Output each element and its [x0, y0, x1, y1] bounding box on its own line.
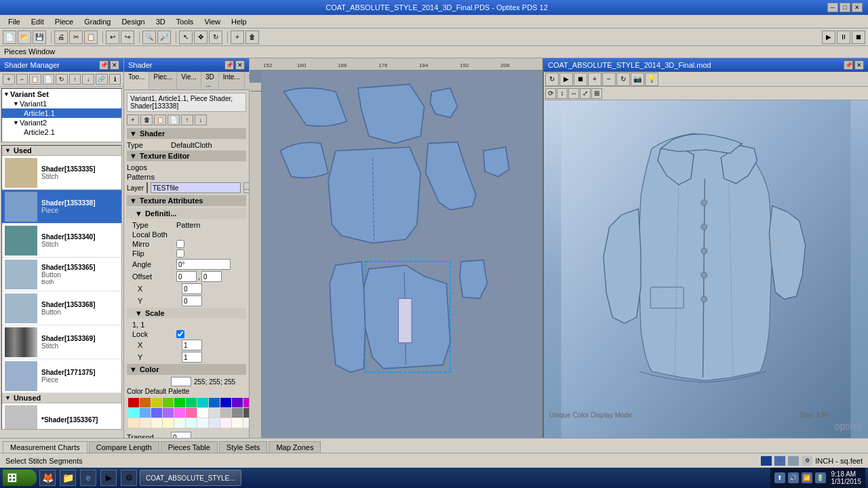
shader-list[interactable]: ▼ Used Shader[1353335] Stitch Shader[135…	[1, 145, 122, 430]
layer-name-input[interactable]	[151, 182, 241, 193]
3d-tb-rotate[interactable]: ↻	[616, 73, 630, 86]
shader-tree[interactable]: ▼ Variant Set ▼ Variant1 Article1.1 ▼ Va…	[1, 88, 122, 142]
palette-color-42[interactable]	[197, 418, 208, 428]
sm-link-btn[interactable]: 🔗	[96, 74, 108, 85]
palette-color-1[interactable]	[140, 398, 151, 407]
palette-color-3[interactable]	[163, 398, 174, 407]
shader-item-1353338[interactable]: Shader[1353338] Piece	[2, 190, 121, 224]
3d-tb-light[interactable]: 💡	[645, 73, 658, 86]
sm-refresh-btn[interactable]: ↻	[56, 74, 68, 85]
tab-compare-length[interactable]: Compare Length	[89, 441, 159, 453]
menu-view[interactable]: View	[199, 16, 226, 27]
view-3d-pin-button[interactable]: 📌	[844, 60, 853, 70]
taskbar-app-ie[interactable]: e	[80, 470, 96, 486]
palette-color-44[interactable]	[220, 418, 231, 428]
y-input[interactable]	[182, 296, 202, 306]
article2-item[interactable]: Article2.1	[2, 127, 121, 137]
shader-item-1353369[interactable]: Shader[1353369] Stitch	[2, 325, 121, 359]
flip-checkbox[interactable]	[176, 249, 184, 258]
tray-icon-4[interactable]: 🔋	[815, 472, 826, 483]
tab-vie[interactable]: Vie...	[177, 72, 201, 89]
article1-item[interactable]: Article1.1	[2, 108, 121, 118]
palette-color-25[interactable]	[209, 408, 220, 418]
menu-tools[interactable]: Tools	[171, 16, 199, 27]
tray-icon-1[interactable]: ⬆	[774, 472, 785, 483]
shader-item-1353365[interactable]: Shader[1353365] Button Both	[2, 258, 121, 291]
tb-zoom-in[interactable]: 🔍	[142, 30, 156, 44]
taskbar-app-settings[interactable]: ⚙	[121, 470, 137, 486]
shader-item-1353368[interactable]: Shader[1353368] Button	[2, 291, 121, 325]
tb-undo[interactable]: ↩	[106, 30, 119, 44]
menu-file[interactable]: File	[3, 16, 26, 27]
palette-color-0[interactable]	[128, 398, 139, 407]
palette-color-9[interactable]	[232, 398, 243, 407]
tb-open[interactable]: 📂	[18, 30, 31, 44]
3d-tb-play[interactable]: ▶	[559, 73, 573, 86]
3d-tb-zoom-out[interactable]: −	[602, 73, 616, 86]
tb-print[interactable]: 🖨	[54, 30, 68, 44]
offset-y-input[interactable]	[201, 271, 222, 282]
palette-color-40[interactable]	[174, 418, 185, 428]
tb-add[interactable]: +	[231, 30, 244, 44]
tb-new[interactable]: 📄	[3, 30, 16, 44]
close-button[interactable]: ✕	[852, 3, 863, 12]
shader-editor-pin-button[interactable]: 📌	[224, 60, 234, 70]
maximize-button[interactable]: □	[840, 3, 850, 12]
shader-manager-close-button[interactable]: ✕	[110, 60, 119, 70]
shader-item-1771375[interactable]: Shader[1771375] Piece	[2, 359, 121, 393]
palette-color-7[interactable]	[209, 398, 220, 407]
3d-tb-zoom-in[interactable]: +	[588, 73, 601, 86]
shader-manager-pin-button[interactable]: 📌	[99, 60, 108, 70]
tb-3d-pause[interactable]: ⏸	[837, 30, 850, 44]
taskbar-app-media[interactable]: ▶	[100, 470, 117, 486]
color-section-header[interactable]: ▼ Color	[127, 364, 246, 375]
tb-save[interactable]: 💾	[33, 30, 46, 44]
shader-section-header[interactable]: ▼ Shader	[127, 128, 246, 139]
sm-move-down-btn[interactable]: ↓	[82, 74, 94, 85]
pattern-canvas-area[interactable]	[262, 70, 542, 438]
shader-tb-add[interactable]: +	[127, 115, 139, 125]
shader-item-1353367[interactable]: *Shader[1353367]	[2, 403, 121, 430]
palette-color-41[interactable]	[186, 418, 197, 428]
view-3d-canvas[interactable]: Unique Color Display Mode Size: 1J4 opti…	[544, 100, 868, 438]
minimize-button[interactable]: ─	[827, 3, 838, 12]
used-section-header[interactable]: ▼ Used	[2, 146, 121, 156]
palette-color-23[interactable]	[186, 408, 197, 418]
3d-tb-camera[interactable]: 📷	[631, 73, 644, 86]
palette-color-26[interactable]	[220, 408, 231, 418]
menu-3d[interactable]: 3D	[151, 16, 171, 27]
palette-color-20[interactable]	[151, 408, 162, 418]
3d-tb2-3[interactable]: ↔	[568, 88, 579, 99]
shader-editor-close-button[interactable]: ✕	[235, 60, 245, 70]
shader-tb-down[interactable]: ↓	[195, 115, 207, 125]
tb-3d-play[interactable]: ▶	[822, 30, 835, 44]
texture-editor-section-header[interactable]: ▼ Texture Editor	[127, 150, 246, 161]
variant2-item[interactable]: ▼ Variant2	[2, 118, 121, 127]
unused-section-header[interactable]: ▼ Unused	[2, 393, 121, 403]
menu-design[interactable]: Design	[116, 16, 150, 27]
palette-color-10[interactable]	[243, 398, 249, 407]
palette-color-5[interactable]	[186, 398, 197, 407]
x-input[interactable]	[182, 283, 202, 294]
tray-icon-2[interactable]: 🔊	[788, 472, 799, 483]
sm-delete-btn[interactable]: −	[16, 74, 28, 85]
sm-move-up-btn[interactable]: ↑	[69, 74, 81, 85]
tab-measurement-charts[interactable]: Measurement Charts	[3, 441, 87, 453]
3d-tb2-5[interactable]: ⊞	[591, 88, 602, 99]
sm-add-btn[interactable]: +	[3, 74, 15, 85]
shader-tb-delete[interactable]: 🗑	[140, 115, 153, 125]
tab-inte[interactable]: Inte...	[219, 72, 245, 89]
palette-color-39[interactable]	[163, 418, 174, 428]
variant1-item[interactable]: ▼ Variant1	[2, 99, 121, 108]
palette-color-46[interactable]	[243, 418, 249, 428]
palette-color-37[interactable]	[140, 418, 151, 428]
tb-redo[interactable]: ↪	[121, 30, 134, 44]
palette-color-8[interactable]	[220, 398, 231, 407]
tab-piec[interactable]: Piec...	[149, 72, 177, 89]
tb-delete[interactable]: 🗑	[245, 30, 259, 44]
palette-color-19[interactable]	[140, 408, 151, 418]
mirror-checkbox[interactable]	[176, 240, 184, 248]
palette-color-27[interactable]	[232, 408, 243, 418]
tab-map-zones[interactable]: Map Zones	[269, 441, 321, 453]
tab-too[interactable]: Too...	[124, 72, 149, 89]
